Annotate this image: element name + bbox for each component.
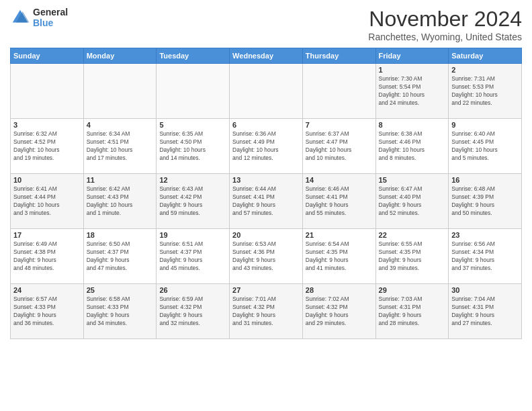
day-info: Sunrise: 7:03 AM Sunset: 4:31 PM Dayligh… bbox=[379, 295, 446, 328]
day-number: 27 bbox=[232, 286, 300, 294]
calendar-cell: 17Sunrise: 6:49 AM Sunset: 4:38 PM Dayli… bbox=[11, 229, 84, 284]
calendar-cell: 11Sunrise: 6:42 AM Sunset: 4:43 PM Dayli… bbox=[83, 174, 157, 229]
calendar-cell bbox=[230, 64, 303, 119]
calendar-cell: 28Sunrise: 7:02 AM Sunset: 4:32 PM Dayli… bbox=[302, 284, 375, 339]
calendar-cell: 25Sunrise: 6:58 AM Sunset: 4:33 PM Dayli… bbox=[83, 284, 157, 339]
day-number: 17 bbox=[13, 231, 81, 239]
day-number: 20 bbox=[232, 231, 300, 239]
day-info: Sunrise: 6:56 AM Sunset: 4:34 PM Dayligh… bbox=[451, 240, 519, 273]
day-info: Sunrise: 6:40 AM Sunset: 4:45 PM Dayligh… bbox=[451, 130, 519, 163]
calendar-week-row: 1Sunrise: 7:30 AM Sunset: 5:54 PM Daylig… bbox=[11, 64, 522, 119]
calendar-header-sunday: Sunday bbox=[11, 48, 84, 64]
calendar-cell: 2Sunrise: 7:31 AM Sunset: 5:53 PM Daylig… bbox=[449, 64, 522, 119]
day-number: 3 bbox=[13, 121, 81, 129]
calendar-cell: 8Sunrise: 6:38 AM Sunset: 4:46 PM Daylig… bbox=[375, 119, 449, 174]
day-number: 15 bbox=[379, 176, 446, 184]
day-info: Sunrise: 6:38 AM Sunset: 4:46 PM Dayligh… bbox=[379, 130, 446, 163]
logo-general-text: General bbox=[33, 7, 68, 17]
calendar-header-saturday: Saturday bbox=[449, 48, 522, 64]
day-number: 13 bbox=[232, 176, 300, 184]
calendar-cell: 15Sunrise: 6:47 AM Sunset: 4:40 PM Dayli… bbox=[375, 174, 449, 229]
day-number: 4 bbox=[87, 121, 154, 129]
calendar-cell: 29Sunrise: 7:03 AM Sunset: 4:31 PM Dayli… bbox=[375, 284, 449, 339]
page: General Blue November 2024 Ranchettes, W… bbox=[0, 0, 532, 411]
calendar-week-row: 24Sunrise: 6:57 AM Sunset: 4:33 PM Dayli… bbox=[11, 284, 522, 339]
calendar-cell: 7Sunrise: 6:37 AM Sunset: 4:47 PM Daylig… bbox=[302, 119, 375, 174]
day-number: 10 bbox=[13, 176, 81, 184]
calendar-cell: 9Sunrise: 6:40 AM Sunset: 4:45 PM Daylig… bbox=[449, 119, 522, 174]
calendar-cell: 14Sunrise: 6:46 AM Sunset: 4:41 PM Dayli… bbox=[302, 174, 375, 229]
calendar-cell bbox=[302, 64, 375, 119]
day-number: 28 bbox=[306, 286, 373, 294]
calendar-cell: 5Sunrise: 6:35 AM Sunset: 4:50 PM Daylig… bbox=[157, 119, 230, 174]
calendar-cell: 4Sunrise: 6:34 AM Sunset: 4:51 PM Daylig… bbox=[83, 119, 157, 174]
day-info: Sunrise: 6:58 AM Sunset: 4:33 PM Dayligh… bbox=[87, 295, 154, 328]
calendar-cell: 10Sunrise: 6:41 AM Sunset: 4:44 PM Dayli… bbox=[11, 174, 84, 229]
calendar-header-wednesday: Wednesday bbox=[230, 48, 303, 64]
day-number: 11 bbox=[87, 176, 154, 184]
calendar-cell: 19Sunrise: 6:51 AM Sunset: 4:37 PM Dayli… bbox=[157, 229, 230, 284]
calendar-cell: 30Sunrise: 7:04 AM Sunset: 4:31 PM Dayli… bbox=[449, 284, 522, 339]
day-info: Sunrise: 6:47 AM Sunset: 4:40 PM Dayligh… bbox=[379, 185, 446, 218]
day-number: 24 bbox=[13, 286, 81, 294]
day-info: Sunrise: 6:49 AM Sunset: 4:38 PM Dayligh… bbox=[13, 240, 81, 273]
day-info: Sunrise: 6:51 AM Sunset: 4:37 PM Dayligh… bbox=[159, 240, 226, 273]
calendar-cell: 12Sunrise: 6:43 AM Sunset: 4:42 PM Dayli… bbox=[157, 174, 230, 229]
calendar-cell: 26Sunrise: 6:59 AM Sunset: 4:32 PM Dayli… bbox=[157, 284, 230, 339]
month-title: November 2024 bbox=[368, 7, 522, 32]
day-number: 9 bbox=[451, 121, 519, 129]
day-number: 7 bbox=[306, 121, 373, 129]
calendar-cell: 21Sunrise: 6:54 AM Sunset: 4:35 PM Dayli… bbox=[302, 229, 375, 284]
day-info: Sunrise: 6:55 AM Sunset: 4:35 PM Dayligh… bbox=[379, 240, 446, 273]
calendar-cell: 13Sunrise: 6:44 AM Sunset: 4:41 PM Dayli… bbox=[230, 174, 303, 229]
calendar-week-row: 3Sunrise: 6:32 AM Sunset: 4:52 PM Daylig… bbox=[11, 119, 522, 174]
calendar-cell: 16Sunrise: 6:48 AM Sunset: 4:39 PM Dayli… bbox=[449, 174, 522, 229]
calendar-cell bbox=[11, 64, 84, 119]
day-info: Sunrise: 6:54 AM Sunset: 4:35 PM Dayligh… bbox=[306, 240, 373, 273]
day-number: 6 bbox=[232, 121, 300, 129]
day-info: Sunrise: 6:59 AM Sunset: 4:32 PM Dayligh… bbox=[159, 295, 226, 328]
calendar-cell: 23Sunrise: 6:56 AM Sunset: 4:34 PM Dayli… bbox=[449, 229, 522, 284]
day-info: Sunrise: 6:57 AM Sunset: 4:33 PM Dayligh… bbox=[13, 295, 81, 328]
calendar-cell bbox=[83, 64, 157, 119]
day-info: Sunrise: 6:36 AM Sunset: 4:49 PM Dayligh… bbox=[232, 130, 300, 163]
calendar-week-row: 10Sunrise: 6:41 AM Sunset: 4:44 PM Dayli… bbox=[11, 174, 522, 229]
day-number: 2 bbox=[451, 66, 519, 74]
header: General Blue November 2024 Ranchettes, W… bbox=[10, 7, 522, 42]
day-number: 21 bbox=[306, 231, 373, 239]
day-number: 22 bbox=[379, 231, 446, 239]
day-number: 12 bbox=[159, 176, 226, 184]
day-info: Sunrise: 6:44 AM Sunset: 4:41 PM Dayligh… bbox=[232, 185, 300, 218]
day-number: 26 bbox=[159, 286, 226, 294]
calendar-header-monday: Monday bbox=[83, 48, 157, 64]
day-number: 16 bbox=[451, 176, 519, 184]
day-number: 29 bbox=[379, 286, 446, 294]
calendar-header-tuesday: Tuesday bbox=[157, 48, 230, 64]
location: Ranchettes, Wyoming, United States bbox=[368, 32, 522, 42]
day-info: Sunrise: 6:53 AM Sunset: 4:36 PM Dayligh… bbox=[232, 240, 300, 273]
logo: General Blue bbox=[10, 7, 68, 28]
day-number: 23 bbox=[451, 231, 519, 239]
logo-blue-text: Blue bbox=[33, 17, 68, 28]
day-info: Sunrise: 7:30 AM Sunset: 5:54 PM Dayligh… bbox=[379, 75, 446, 107]
day-number: 1 bbox=[379, 66, 446, 74]
calendar-cell: 18Sunrise: 6:50 AM Sunset: 4:37 PM Dayli… bbox=[83, 229, 157, 284]
day-number: 18 bbox=[87, 231, 154, 239]
day-info: Sunrise: 7:04 AM Sunset: 4:31 PM Dayligh… bbox=[451, 295, 519, 328]
day-info: Sunrise: 6:41 AM Sunset: 4:44 PM Dayligh… bbox=[13, 185, 81, 218]
day-info: Sunrise: 6:48 AM Sunset: 4:39 PM Dayligh… bbox=[451, 185, 519, 218]
calendar-table: SundayMondayTuesdayWednesdayThursdayFrid… bbox=[10, 48, 522, 339]
calendar-cell bbox=[157, 64, 230, 119]
day-info: Sunrise: 7:01 AM Sunset: 4:32 PM Dayligh… bbox=[232, 295, 300, 328]
day-info: Sunrise: 6:46 AM Sunset: 4:41 PM Dayligh… bbox=[306, 185, 373, 218]
day-number: 19 bbox=[159, 231, 226, 239]
calendar-cell: 3Sunrise: 6:32 AM Sunset: 4:52 PM Daylig… bbox=[11, 119, 84, 174]
logo-text: General Blue bbox=[33, 7, 68, 28]
calendar-cell: 20Sunrise: 6:53 AM Sunset: 4:36 PM Dayli… bbox=[230, 229, 303, 284]
day-number: 25 bbox=[87, 286, 154, 294]
calendar-cell: 24Sunrise: 6:57 AM Sunset: 4:33 PM Dayli… bbox=[11, 284, 84, 339]
day-info: Sunrise: 7:02 AM Sunset: 4:32 PM Dayligh… bbox=[306, 295, 373, 328]
day-number: 8 bbox=[379, 121, 446, 129]
calendar-header-row: SundayMondayTuesdayWednesdayThursdayFrid… bbox=[11, 48, 522, 64]
day-info: Sunrise: 6:37 AM Sunset: 4:47 PM Dayligh… bbox=[306, 130, 373, 163]
